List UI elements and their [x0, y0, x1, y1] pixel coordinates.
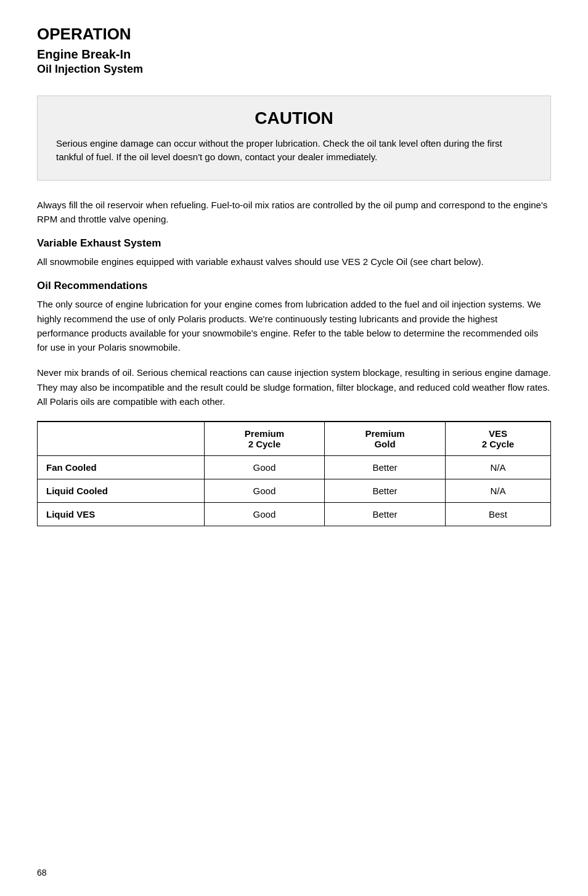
- oil-recommendations-table: Premium 2 Cycle Premium Gold VES 2 Cycle…: [37, 421, 551, 526]
- caution-text: Serious engine damage can occur without …: [56, 137, 532, 165]
- table-cell-premium-2cycle: Good: [204, 456, 325, 479]
- page: OPERATION Engine Break-In Oil Injection …: [0, 0, 588, 896]
- table-cell-label: Liquid VES: [38, 503, 205, 526]
- oil-recommendations-heading: Oil Recommendations: [37, 280, 551, 292]
- table-row: Liquid VESGoodBetterBest: [38, 503, 551, 526]
- page-number: 68: [37, 868, 47, 878]
- table-header-row: Premium 2 Cycle Premium Gold VES 2 Cycle: [38, 422, 551, 456]
- table-header-empty: [38, 422, 205, 456]
- caution-box: CAUTION Serious engine damage can occur …: [37, 96, 551, 181]
- table-cell-ves-2cycle: N/A: [445, 479, 550, 503]
- table-cell-ves-2cycle: Best: [445, 503, 550, 526]
- table-row: Fan CooledGoodBetterN/A: [38, 456, 551, 479]
- caution-title: CAUTION: [56, 108, 532, 128]
- sub-title-1: Engine Break-In: [37, 46, 551, 62]
- table-row: Liquid CooledGoodBetterN/A: [38, 479, 551, 503]
- header-section: OPERATION Engine Break-In Oil Injection …: [37, 25, 551, 77]
- table-cell-premium-gold: Better: [325, 479, 446, 503]
- oil-recommendations-para2: Never mix brands of oil. Serious chemica…: [37, 365, 551, 409]
- table-cell-premium-2cycle: Good: [204, 479, 325, 503]
- table-header-premium-2cycle: Premium 2 Cycle: [204, 422, 325, 456]
- table-cell-label: Fan Cooled: [38, 456, 205, 479]
- table-header-premium-gold: Premium Gold: [325, 422, 446, 456]
- oil-reservoir-paragraph: Always fill the oil reservoir when refue…: [37, 198, 551, 227]
- oil-recommendations-para1: The only source of engine lubrication fo…: [37, 297, 551, 354]
- table-cell-label: Liquid Cooled: [38, 479, 205, 503]
- table-cell-premium-2cycle: Good: [204, 503, 325, 526]
- variable-exhaust-text: All snowmobile engines equipped with var…: [37, 255, 551, 269]
- sub-title-2: Oil Injection System: [37, 62, 551, 76]
- variable-exhaust-heading: Variable Exhaust System: [37, 237, 551, 250]
- main-title: OPERATION: [37, 25, 551, 44]
- table-header-ves-2cycle: VES 2 Cycle: [445, 422, 550, 456]
- table-cell-premium-gold: Better: [325, 503, 446, 526]
- table-cell-premium-gold: Better: [325, 456, 446, 479]
- table-cell-ves-2cycle: N/A: [445, 456, 550, 479]
